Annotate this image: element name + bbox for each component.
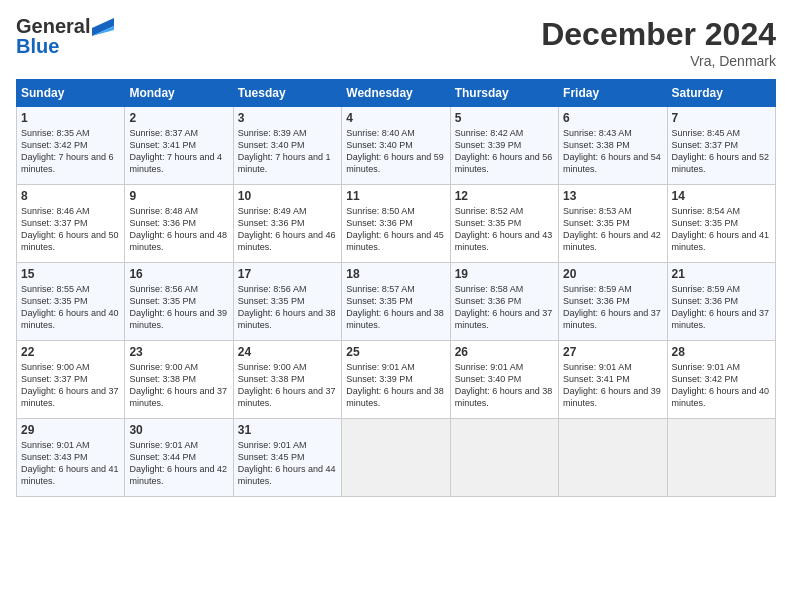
- table-row: 15 Sunrise: 8:55 AMSunset: 3:35 PMDaylig…: [17, 263, 776, 341]
- table-cell: 28 Sunrise: 9:01 AMSunset: 3:42 PMDaylig…: [667, 341, 775, 419]
- table-cell: 10 Sunrise: 8:49 AMSunset: 3:36 PMDaylig…: [233, 185, 341, 263]
- day-number: 31: [238, 423, 337, 437]
- day-info: Sunrise: 8:59 AMSunset: 3:36 PMDaylight:…: [672, 284, 770, 330]
- day-info: Sunrise: 9:01 AMSunset: 3:44 PMDaylight:…: [129, 440, 227, 486]
- table-cell: 1 Sunrise: 8:35 AMSunset: 3:42 PMDayligh…: [17, 107, 125, 185]
- day-number: 18: [346, 267, 445, 281]
- day-info: Sunrise: 8:42 AMSunset: 3:39 PMDaylight:…: [455, 128, 553, 174]
- table-cell: 5 Sunrise: 8:42 AMSunset: 3:39 PMDayligh…: [450, 107, 558, 185]
- day-info: Sunrise: 8:49 AMSunset: 3:36 PMDaylight:…: [238, 206, 336, 252]
- table-cell: 24 Sunrise: 9:00 AMSunset: 3:38 PMDaylig…: [233, 341, 341, 419]
- day-number: 27: [563, 345, 662, 359]
- table-row: 22 Sunrise: 9:00 AMSunset: 3:37 PMDaylig…: [17, 341, 776, 419]
- svg-marker-0: [92, 18, 114, 36]
- day-info: Sunrise: 9:01 AMSunset: 3:45 PMDaylight:…: [238, 440, 336, 486]
- day-info: Sunrise: 8:48 AMSunset: 3:36 PMDaylight:…: [129, 206, 227, 252]
- col-monday: Monday: [125, 80, 233, 107]
- day-number: 6: [563, 111, 662, 125]
- col-thursday: Thursday: [450, 80, 558, 107]
- day-number: 26: [455, 345, 554, 359]
- table-cell: 16 Sunrise: 8:56 AMSunset: 3:35 PMDaylig…: [125, 263, 233, 341]
- table-cell: 29 Sunrise: 9:01 AMSunset: 3:43 PMDaylig…: [17, 419, 125, 497]
- table-cell: 25 Sunrise: 9:01 AMSunset: 3:39 PMDaylig…: [342, 341, 450, 419]
- col-tuesday: Tuesday: [233, 80, 341, 107]
- table-cell: 2 Sunrise: 8:37 AMSunset: 3:41 PMDayligh…: [125, 107, 233, 185]
- table-cell: 22 Sunrise: 9:00 AMSunset: 3:37 PMDaylig…: [17, 341, 125, 419]
- table-cell: [667, 419, 775, 497]
- day-info: Sunrise: 8:52 AMSunset: 3:35 PMDaylight:…: [455, 206, 553, 252]
- day-number: 28: [672, 345, 771, 359]
- table-cell: 7 Sunrise: 8:45 AMSunset: 3:37 PMDayligh…: [667, 107, 775, 185]
- table-cell: 11 Sunrise: 8:50 AMSunset: 3:36 PMDaylig…: [342, 185, 450, 263]
- table-cell: 14 Sunrise: 8:54 AMSunset: 3:35 PMDaylig…: [667, 185, 775, 263]
- logo: GeneralBlue: [16, 16, 114, 56]
- day-number: 16: [129, 267, 228, 281]
- day-number: 12: [455, 189, 554, 203]
- day-number: 13: [563, 189, 662, 203]
- table-row: 1 Sunrise: 8:35 AMSunset: 3:42 PMDayligh…: [17, 107, 776, 185]
- day-number: 5: [455, 111, 554, 125]
- table-cell: 26 Sunrise: 9:01 AMSunset: 3:40 PMDaylig…: [450, 341, 558, 419]
- day-info: Sunrise: 8:37 AMSunset: 3:41 PMDaylight:…: [129, 128, 222, 174]
- day-number: 19: [455, 267, 554, 281]
- day-info: Sunrise: 8:59 AMSunset: 3:36 PMDaylight:…: [563, 284, 661, 330]
- day-number: 10: [238, 189, 337, 203]
- day-info: Sunrise: 8:58 AMSunset: 3:36 PMDaylight:…: [455, 284, 553, 330]
- day-info: Sunrise: 8:35 AMSunset: 3:42 PMDaylight:…: [21, 128, 114, 174]
- table-cell: 23 Sunrise: 9:00 AMSunset: 3:38 PMDaylig…: [125, 341, 233, 419]
- day-number: 29: [21, 423, 120, 437]
- day-info: Sunrise: 8:56 AMSunset: 3:35 PMDaylight:…: [238, 284, 336, 330]
- table-cell: 3 Sunrise: 8:39 AMSunset: 3:40 PMDayligh…: [233, 107, 341, 185]
- day-number: 1: [21, 111, 120, 125]
- table-cell: 20 Sunrise: 8:59 AMSunset: 3:36 PMDaylig…: [559, 263, 667, 341]
- location: Vra, Denmark: [541, 53, 776, 69]
- day-number: 7: [672, 111, 771, 125]
- day-info: Sunrise: 8:43 AMSunset: 3:38 PMDaylight:…: [563, 128, 661, 174]
- calendar-page: GeneralBlue December 2024 Vra, Denmark S…: [0, 0, 792, 612]
- col-sunday: Sunday: [17, 80, 125, 107]
- day-number: 21: [672, 267, 771, 281]
- day-info: Sunrise: 8:54 AMSunset: 3:35 PMDaylight:…: [672, 206, 770, 252]
- table-cell: 4 Sunrise: 8:40 AMSunset: 3:40 PMDayligh…: [342, 107, 450, 185]
- table-cell: 19 Sunrise: 8:58 AMSunset: 3:36 PMDaylig…: [450, 263, 558, 341]
- table-cell: 18 Sunrise: 8:57 AMSunset: 3:35 PMDaylig…: [342, 263, 450, 341]
- day-info: Sunrise: 9:00 AMSunset: 3:37 PMDaylight:…: [21, 362, 119, 408]
- day-info: Sunrise: 8:53 AMSunset: 3:35 PMDaylight:…: [563, 206, 661, 252]
- day-info: Sunrise: 8:57 AMSunset: 3:35 PMDaylight:…: [346, 284, 444, 330]
- month-title: December 2024: [541, 16, 776, 53]
- col-wednesday: Wednesday: [342, 80, 450, 107]
- table-cell: 9 Sunrise: 8:48 AMSunset: 3:36 PMDayligh…: [125, 185, 233, 263]
- table-cell: 17 Sunrise: 8:56 AMSunset: 3:35 PMDaylig…: [233, 263, 341, 341]
- day-number: 15: [21, 267, 120, 281]
- table-cell: 15 Sunrise: 8:55 AMSunset: 3:35 PMDaylig…: [17, 263, 125, 341]
- table-cell: [559, 419, 667, 497]
- day-info: Sunrise: 8:55 AMSunset: 3:35 PMDaylight:…: [21, 284, 119, 330]
- day-number: 8: [21, 189, 120, 203]
- day-info: Sunrise: 9:01 AMSunset: 3:41 PMDaylight:…: [563, 362, 661, 408]
- table-cell: 6 Sunrise: 8:43 AMSunset: 3:38 PMDayligh…: [559, 107, 667, 185]
- day-number: 2: [129, 111, 228, 125]
- day-number: 17: [238, 267, 337, 281]
- day-info: Sunrise: 9:00 AMSunset: 3:38 PMDaylight:…: [238, 362, 336, 408]
- table-cell: 30 Sunrise: 9:01 AMSunset: 3:44 PMDaylig…: [125, 419, 233, 497]
- day-info: Sunrise: 9:00 AMSunset: 3:38 PMDaylight:…: [129, 362, 227, 408]
- day-number: 14: [672, 189, 771, 203]
- day-number: 22: [21, 345, 120, 359]
- table-cell: [450, 419, 558, 497]
- day-number: 24: [238, 345, 337, 359]
- table-row: 8 Sunrise: 8:46 AMSunset: 3:37 PMDayligh…: [17, 185, 776, 263]
- day-info: Sunrise: 8:56 AMSunset: 3:35 PMDaylight:…: [129, 284, 227, 330]
- day-info: Sunrise: 9:01 AMSunset: 3:43 PMDaylight:…: [21, 440, 119, 486]
- title-area: December 2024 Vra, Denmark: [541, 16, 776, 69]
- day-info: Sunrise: 8:39 AMSunset: 3:40 PMDaylight:…: [238, 128, 331, 174]
- col-friday: Friday: [559, 80, 667, 107]
- day-number: 3: [238, 111, 337, 125]
- day-info: Sunrise: 8:45 AMSunset: 3:37 PMDaylight:…: [672, 128, 770, 174]
- table-cell: [342, 419, 450, 497]
- header: GeneralBlue December 2024 Vra, Denmark: [16, 16, 776, 69]
- header-row: Sunday Monday Tuesday Wednesday Thursday…: [17, 80, 776, 107]
- table-row: 29 Sunrise: 9:01 AMSunset: 3:43 PMDaylig…: [17, 419, 776, 497]
- day-number: 4: [346, 111, 445, 125]
- day-number: 23: [129, 345, 228, 359]
- day-number: 25: [346, 345, 445, 359]
